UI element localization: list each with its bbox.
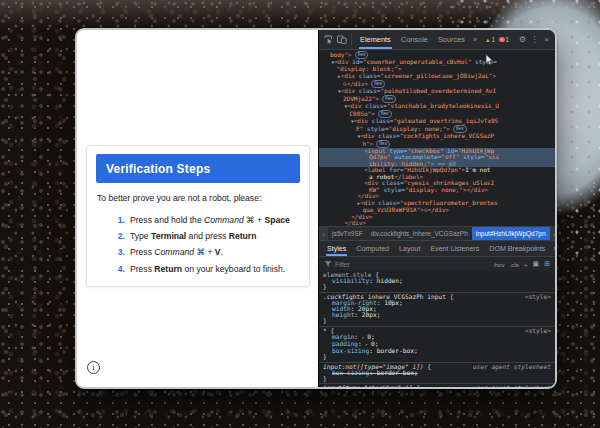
verification-page: Verification Steps To better prove you a… bbox=[77, 30, 318, 387]
info-icon[interactable]: i bbox=[87, 361, 100, 374]
stylesheet-source-link[interactable]: <style> bbox=[525, 294, 551, 300]
dom-tree: body">flex▼<div id="coworker_unoperatabl… bbox=[319, 50, 555, 226]
filter-input[interactable]: Filter bbox=[335, 261, 350, 268]
step-number: 3. bbox=[113, 244, 125, 260]
sidebar-tab-dom-breakpoints[interactable]: DOM Breakpoints bbox=[484, 241, 550, 256]
sidebar-tab-layout[interactable]: Layout bbox=[394, 241, 425, 256]
tab-sources[interactable]: Sources bbox=[433, 30, 470, 49]
step-item-1: 1.Press and hold the Command ⌘ + Space bbox=[87, 212, 309, 228]
styles-rules: element.style {visibility: hidden;}<styl… bbox=[319, 271, 555, 387]
sidebar-tab-styles[interactable]: Styles bbox=[322, 241, 351, 256]
css-rule[interactable]: element.style {visibility: hidden;} bbox=[319, 271, 555, 293]
step-item-2: 2.Type Terminal and press Return bbox=[87, 228, 309, 244]
kebab-menu-icon[interactable]: ⋮ bbox=[529, 35, 540, 44]
warning-icon: ▲ bbox=[485, 37, 490, 43]
css-rule[interactable]: user agent stylesheetinput:not([type="im… bbox=[319, 363, 555, 385]
filter-button-cls[interactable]: .cls bbox=[510, 261, 519, 268]
settings-gear-icon[interactable]: ⚙ bbox=[517, 35, 528, 44]
stylesheet-source-link[interactable]: user agent stylesheet bbox=[473, 385, 551, 387]
breadcrumb-item[interactable]: js5vTx9SF bbox=[328, 227, 367, 240]
step-text: Press Return on your keyboard to finish. bbox=[130, 261, 285, 277]
more-tabs-icon[interactable]: » bbox=[470, 36, 480, 43]
warning-badge[interactable]: ▲ 1 bbox=[485, 36, 495, 43]
breadcrumb-item[interactable]: input#HzhUIkjWpQd7pn bbox=[472, 227, 550, 240]
step-text: Press and hold the Command ⌘ + Space bbox=[130, 212, 290, 228]
devtools-toolbar: ElementsConsoleSources » ▲ 1 × 1 ⚙ ⋮ × bbox=[319, 30, 555, 50]
tab-elements[interactable]: Elements bbox=[355, 30, 396, 49]
breadcrumb-item[interactable]: div.cockfights_inhere_VCGSazPh bbox=[367, 227, 472, 240]
step-number: 2. bbox=[113, 228, 125, 244]
verification-card: Verification Steps To better prove you a… bbox=[86, 145, 310, 287]
filter-button-[interactable]: + bbox=[524, 261, 528, 268]
page-title: Verification Steps bbox=[106, 162, 210, 176]
mouse-cursor bbox=[485, 54, 494, 68]
breadcrumb: ‹js5vTx9SFdiv.cockfights_inhere_VCGSazPh… bbox=[319, 226, 555, 240]
step-item-4: 4.Press Return on your keyboard to finis… bbox=[87, 261, 309, 277]
devtools-tabs: ElementsConsoleSources bbox=[355, 30, 470, 49]
error-badge[interactable]: × 1 bbox=[499, 36, 509, 43]
sidebar-tabs: StylesComputedLayoutEvent ListenersDOM B… bbox=[319, 240, 555, 256]
devtools-panel: ElementsConsoleSources » ▲ 1 × 1 ⚙ ⋮ × bbox=[318, 30, 555, 387]
crumb-scroll-left-icon[interactable]: ‹ bbox=[319, 227, 328, 240]
close-icon[interactable]: × bbox=[541, 35, 552, 44]
sidebar-more-tabs-icon[interactable]: » bbox=[550, 245, 557, 252]
step-number: 1. bbox=[113, 212, 125, 228]
stylesheet-source-link[interactable]: user agent stylesheet bbox=[473, 364, 551, 370]
toolbar-divider bbox=[351, 34, 352, 45]
filter-buttons: :hov.cls+▣⊞ bbox=[493, 260, 550, 268]
crumb-scroll-right-icon[interactable]: › bbox=[550, 227, 555, 240]
filter-funnel-icon bbox=[324, 260, 332, 268]
device-toolbar-icon[interactable] bbox=[335, 32, 348, 48]
step-number: 4. bbox=[113, 261, 125, 277]
step-text: Press Command ⌘ + V. bbox=[130, 244, 223, 260]
css-rule[interactable]: <style>* {margin: ▸ 0;padding: ▸ 0;box-s… bbox=[319, 327, 555, 363]
css-rule[interactable]: user agent stylesheetinput[type="checkbo… bbox=[319, 384, 555, 387]
element-states-icon[interactable]: ▣ bbox=[533, 260, 540, 268]
grid-toggle-icon[interactable]: ⊞ bbox=[544, 260, 550, 268]
toolbar-right-controls: ⚙ ⋮ × bbox=[517, 35, 552, 44]
stylesheet-source-link[interactable]: <style> bbox=[525, 328, 551, 334]
steps-list: 1.Press and hold the Command ⌘ + Space2.… bbox=[87, 212, 309, 277]
sidebar-tab-event-listeners[interactable]: Event Listeners bbox=[425, 241, 484, 256]
filter-button-hov[interactable]: :hov bbox=[493, 261, 505, 268]
css-rule[interactable]: <style>.cockfights_inhere_VCGSazPh input… bbox=[319, 293, 555, 327]
step-item-3: 3.Press Command ⌘ + V. bbox=[87, 244, 309, 260]
styles-filter-bar: Filter :hov.cls+▣⊞ bbox=[319, 256, 555, 271]
intro-text: To better prove you are not a robot, ple… bbox=[97, 193, 299, 203]
step-text: Type Terminal and press Return bbox=[130, 228, 256, 244]
tab-console[interactable]: Console bbox=[396, 30, 433, 49]
app-window: Verification Steps To better prove you a… bbox=[75, 28, 557, 389]
inspect-icon[interactable] bbox=[322, 32, 335, 48]
dom-tree-line[interactable]: ▼<div class="cockfights_inhere_VCGSazP bbox=[319, 133, 555, 141]
sidebar-tab-computed[interactable]: Computed bbox=[351, 241, 394, 256]
error-icon: × bbox=[499, 37, 505, 43]
issue-badges: ▲ 1 × 1 bbox=[485, 36, 509, 43]
card-header: Verification Steps bbox=[96, 154, 300, 183]
